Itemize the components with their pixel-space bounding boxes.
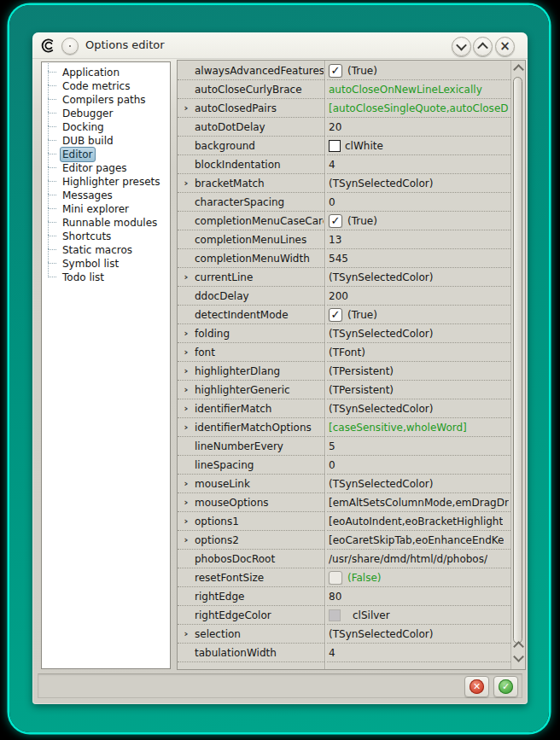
- minimize-button[interactable]: [452, 37, 471, 56]
- property-value[interactable]: (TSynSelectedColor): [324, 178, 510, 189]
- checkbox-checked[interactable]: ✓: [329, 308, 342, 322]
- tree-item-messages[interactable]: Messages: [42, 188, 170, 201]
- property-row-mouseoptions[interactable]: ›mouseOptions[emAltSetsColumnMode,emDrag…: [178, 493, 510, 512]
- window-menu-button[interactable]: [61, 38, 79, 55]
- property-value[interactable]: [eoCaretSkipTab,eoEnhanceEndKe: [324, 534, 510, 546]
- property-value[interactable]: (TSynSelectedColor): [324, 328, 510, 340]
- property-row-options2[interactable]: ›options2[eoCaretSkipTab,eoEnhanceEndKe: [178, 531, 510, 550]
- property-row-currentline[interactable]: ›currentLine(TSynSelectedColor): [178, 268, 510, 287]
- expand-arrow-icon[interactable]: ›: [178, 325, 195, 342]
- property-value[interactable]: /usr/share/dmd/html/d/phobos/: [324, 553, 510, 565]
- property-row-selection[interactable]: ›selection(TSynSelectedColor): [178, 625, 510, 644]
- tree-item-static-macros[interactable]: Static macros: [42, 242, 170, 256]
- property-value[interactable]: ✓(True): [324, 214, 510, 228]
- property-row-background[interactable]: backgroundclWhite: [178, 137, 510, 155]
- expand-arrow-icon[interactable]: ›: [178, 419, 195, 436]
- property-row-resetfontsize[interactable]: resetFontSize(False): [178, 568, 510, 587]
- expand-arrow-icon[interactable]: ›: [178, 532, 195, 549]
- property-value[interactable]: 200: [324, 290, 510, 302]
- property-value[interactable]: [caseSensitive,wholeWord]: [324, 422, 510, 434]
- close-button[interactable]: ×: [495, 37, 515, 56]
- color-swatch[interactable]: [329, 140, 341, 152]
- property-row-autoclosedpairs[interactable]: ›autoClosedPairs[autoCloseSingleQuote,au…: [178, 99, 510, 118]
- property-value[interactable]: (TPersistent): [324, 384, 510, 396]
- property-value[interactable]: 4: [324, 647, 510, 659]
- property-value[interactable]: [eoAutoIndent,eoBracketHighlight: [324, 516, 510, 527]
- property-row-autoclosecurlybrace[interactable]: autoCloseCurlyBraceautoCloseOnNewLineLex…: [178, 80, 510, 99]
- property-row-highlighterdlang[interactable]: ›highlighterDlang(TPersistent): [178, 362, 510, 381]
- property-row-alwaysadvancedfeatures[interactable]: alwaysAdvancedFeatures✓(True): [178, 61, 510, 80]
- tree-item-application[interactable]: Application: [42, 65, 170, 79]
- property-row-options1[interactable]: ›options1[eoAutoIndent,eoBracketHighligh…: [178, 512, 510, 531]
- property-row-highlightergeneric[interactable]: ›highlighterGeneric(TPersistent): [178, 381, 510, 399]
- expand-arrow-icon[interactable]: ›: [178, 100, 195, 117]
- tree-item-runnable-modules[interactable]: Runnable modules: [42, 215, 170, 229]
- property-value[interactable]: ✓(True): [324, 308, 510, 322]
- property-value[interactable]: 5: [324, 440, 510, 452]
- property-value[interactable]: [emAltSetsColumnMode,emDragDr: [324, 497, 510, 509]
- expand-arrow-icon[interactable]: ›: [178, 382, 195, 399]
- property-row-completionmenucasecare[interactable]: completionMenuCaseCare✓(True): [178, 212, 510, 230]
- property-value[interactable]: 20: [324, 121, 510, 133]
- accept-button[interactable]: ✓: [493, 676, 518, 697]
- property-value[interactable]: autoCloseOnNewLineLexically: [324, 84, 510, 96]
- property-value[interactable]: (TPersistent): [324, 365, 510, 377]
- property-value[interactable]: (TSynSelectedColor): [324, 478, 510, 490]
- property-row-identifiermatch[interactable]: ›identifierMatch(TSynSelectedColor): [178, 399, 510, 418]
- property-row-linenumberevery[interactable]: lineNumberEvery5: [178, 437, 510, 456]
- tree-item-compilers-paths[interactable]: Compilers paths: [42, 92, 170, 106]
- expand-arrow-icon[interactable]: ›: [178, 494, 195, 511]
- property-row-blockindentation[interactable]: blockIndentation4: [178, 155, 510, 174]
- property-value[interactable]: 545: [324, 253, 510, 265]
- property-row-tabulationwidth[interactable]: tabulationWidth4: [178, 644, 510, 662]
- property-row-phobosdocroot[interactable]: phobosDocRoot/usr/share/dmd/html/d/phobo…: [178, 550, 510, 568]
- property-value[interactable]: [autoCloseSingleQuote,autoCloseD: [324, 102, 510, 114]
- checkbox-checked[interactable]: ✓: [329, 214, 342, 228]
- property-row-identifiermatchoptions[interactable]: ›identifierMatchOptions[caseSensitive,wh…: [178, 418, 510, 437]
- property-row-completionmenulines[interactable]: completionMenuLines13: [178, 230, 510, 249]
- property-row-completionmenuwidth[interactable]: completionMenuWidth545: [178, 249, 510, 268]
- maximize-button[interactable]: [473, 37, 493, 56]
- checkbox-unchecked[interactable]: [329, 571, 342, 585]
- expand-arrow-icon[interactable]: ›: [178, 363, 195, 380]
- expand-arrow-icon[interactable]: ›: [178, 626, 195, 643]
- expand-arrow-icon[interactable]: ›: [178, 344, 195, 361]
- expand-arrow-icon[interactable]: ›: [178, 400, 195, 417]
- tree-item-highlighter-presets[interactable]: Highlighter presets: [42, 174, 170, 188]
- titlebar[interactable]: Options editor ×: [32, 32, 528, 59]
- tree-item-symbol-list[interactable]: Symbol list: [42, 256, 170, 270]
- property-row-rightedgecolor[interactable]: rightEdgeColorclSilver: [178, 606, 510, 625]
- column-splitter[interactable]: [324, 61, 325, 669]
- property-row-detectindentmode[interactable]: detectIndentMode✓(True): [178, 306, 510, 324]
- property-value[interactable]: ✓(True): [324, 64, 510, 78]
- property-value[interactable]: 13: [324, 234, 510, 246]
- property-value[interactable]: (TSynSelectedColor): [324, 403, 510, 415]
- property-value[interactable]: clWhite: [324, 140, 510, 152]
- checkbox-checked[interactable]: ✓: [329, 64, 342, 78]
- property-row-linespacing[interactable]: lineSpacing0: [178, 456, 510, 475]
- property-row-characterspacing[interactable]: characterSpacing0: [178, 193, 510, 212]
- property-value[interactable]: (TFont): [324, 347, 510, 358]
- property-row-rightedge[interactable]: rightEdge80: [178, 587, 510, 606]
- tree-item-code-metrics[interactable]: Code metrics: [42, 79, 170, 92]
- scroll-up-icon[interactable]: [513, 64, 524, 75]
- expand-arrow-icon[interactable]: ›: [178, 475, 195, 492]
- cancel-button[interactable]: ✕: [464, 676, 489, 697]
- property-row-mouselink[interactable]: ›mouseLink(TSynSelectedColor): [178, 475, 510, 493]
- property-value[interactable]: (TSynSelectedColor): [324, 271, 510, 283]
- property-row-autodotdelay[interactable]: autoDotDelay20: [178, 118, 510, 137]
- tree-item-todo-list[interactable]: Todo list: [42, 270, 170, 283]
- property-value[interactable]: (False): [324, 571, 510, 585]
- property-row-folding[interactable]: ›folding(TSynSelectedColor): [178, 324, 510, 343]
- property-row-bracketmatch[interactable]: ›bracketMatch(TSynSelectedColor): [178, 174, 510, 193]
- tree-item-dub-build[interactable]: DUB build: [42, 133, 170, 147]
- tree-item-debugger[interactable]: Debugger: [42, 106, 170, 119]
- property-value[interactable]: clSilver: [324, 609, 510, 621]
- tree-item-editor[interactable]: Editor: [42, 147, 170, 160]
- property-value[interactable]: 80: [324, 591, 510, 603]
- property-value[interactable]: (TSynSelectedColor): [324, 628, 510, 640]
- property-row-font[interactable]: ›font(TFont): [178, 343, 510, 362]
- property-value[interactable]: 4: [324, 159, 510, 171]
- expand-arrow-icon[interactable]: ›: [178, 175, 195, 192]
- property-row-ddocdelay[interactable]: ddocDelay200: [178, 287, 510, 306]
